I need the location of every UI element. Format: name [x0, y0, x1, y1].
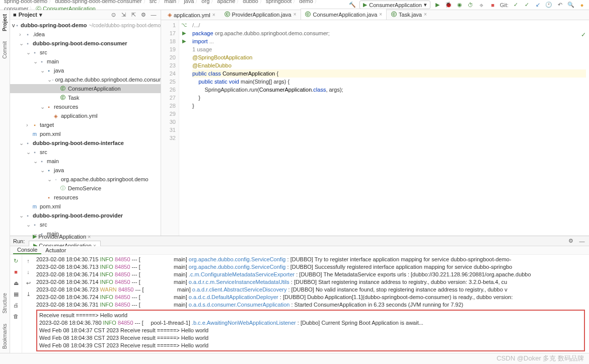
- gutter-icons[interactable]: ⌥▶▶: [179, 20, 189, 236]
- close-icon[interactable]: ×: [212, 12, 215, 18]
- run-hide-icon[interactable]: —: [578, 237, 586, 245]
- breadcrumb-item[interactable]: org: [200, 0, 210, 4]
- tree-node[interactable]: ⌄▪src: [10, 148, 161, 157]
- tree-node[interactable]: ⌄▪main: [10, 157, 161, 166]
- console-subtabs: ConsoleActuator: [10, 246, 589, 255]
- project-tree[interactable]: v▪dubbo-spring-boot-demo~/code/dubbo-spr…: [10, 20, 161, 236]
- tree-node[interactable]: ⌄▪src: [10, 48, 161, 57]
- tree-node[interactable]: ⌄◦org.apache.dubbo.springboot.demo: [10, 175, 161, 184]
- run-config-selector[interactable]: ▶ConsumerApplication▾: [359, 1, 430, 9]
- ide-errors-icon[interactable]: ●: [578, 1, 586, 9]
- project-title[interactable]: ■ Project ▾: [13, 12, 42, 18]
- console-toolbar: ↻ ■ ⏏ ▦ 🖨 🗑: [10, 255, 22, 353]
- revert-icon[interactable]: ↶: [556, 1, 564, 9]
- soft-wrap-icon[interactable]: ↩: [24, 279, 32, 287]
- trash-icon[interactable]: 🗑: [12, 312, 20, 320]
- breadcrumb-item[interactable]: demo: [298, 0, 314, 4]
- tree-node[interactable]: ⌄▪src: [10, 220, 161, 229]
- tool-bookmarks[interactable]: Bookmarks: [2, 322, 8, 351]
- print-icon[interactable]: 🖨: [12, 301, 20, 309]
- stop-process-icon[interactable]: ■: [12, 268, 20, 276]
- git-push-icon[interactable]: ✓: [523, 1, 531, 9]
- code-area[interactable]: /.../package org.apache.dubbo.springboot…: [189, 20, 589, 236]
- history-icon[interactable]: 🕐: [545, 1, 553, 9]
- tree-node[interactable]: ▪resources: [10, 193, 161, 202]
- tree-node[interactable]: ›▪.idea: [10, 30, 161, 39]
- attach-icon[interactable]: ⎆: [478, 1, 486, 9]
- editor-panel: ◈application.yml×ⓒProviderApplication.ja…: [161, 10, 589, 236]
- tree-node[interactable]: ◈application.yml: [10, 111, 161, 120]
- close-icon[interactable]: ×: [379, 12, 382, 17]
- rerun-icon[interactable]: ↻: [12, 257, 20, 265]
- profile-icon[interactable]: ⏱: [467, 1, 475, 9]
- editor-tab[interactable]: ⓒTask.java×: [387, 9, 431, 20]
- debug-icon[interactable]: 🐞: [445, 1, 453, 9]
- breadcrumb-item[interactable]: main: [163, 0, 177, 4]
- breadcrumb-item[interactable]: springboot: [265, 0, 292, 4]
- close-icon[interactable]: ×: [293, 12, 297, 17]
- git-label: Git:: [500, 2, 508, 8]
- run-settings-icon[interactable]: ⚙: [567, 237, 575, 245]
- tree-node[interactable]: ⌄▪dubbo-spring-boot-demo-interface: [10, 138, 161, 148]
- stop-icon[interactable]: ■: [489, 1, 497, 9]
- editor-tab[interactable]: ⓒConsumerApplication.java×: [301, 9, 387, 20]
- search-icon[interactable]: 🔍: [567, 1, 575, 9]
- tree-node[interactable]: ⌄▪dubbo-spring-boot-demo-provider: [10, 211, 161, 220]
- project-header: ■ Project ▾ ⊙ ⇲ ⇱ ⚙ —: [10, 10, 161, 20]
- tree-root[interactable]: v▪dubbo-spring-boot-demo~/code/dubbo-spr…: [10, 21, 161, 30]
- tree-node[interactable]: ⌄▪resources: [10, 102, 161, 111]
- tree-node[interactable]: ⌄▪main: [10, 57, 161, 66]
- close-icon[interactable]: ×: [424, 12, 427, 17]
- up-icon[interactable]: ↑: [24, 257, 32, 265]
- layout-icon[interactable]: ▦: [12, 290, 20, 298]
- hide-icon[interactable]: —: [150, 11, 158, 19]
- watermark: CSDN @Doker 多克 数码品牌: [496, 354, 584, 363]
- tree-node[interactable]: ›▪target: [10, 120, 161, 129]
- exit-icon[interactable]: ⏏: [12, 279, 20, 287]
- console-output[interactable]: 2023-02-08 18:04:30.715 INFO 84850 --- […: [34, 255, 589, 353]
- collapse-all-icon[interactable]: ⇱: [129, 11, 137, 19]
- tool-structure[interactable]: Structure: [2, 291, 8, 316]
- tree-node[interactable]: ⌄▪java: [10, 66, 161, 75]
- breadcrumb-item[interactable]: src: [149, 0, 158, 4]
- hammer-icon[interactable]: 🔨: [348, 1, 356, 9]
- breadcrumb-item[interactable]: dubbo-spring-boot-demo-consumer: [54, 0, 142, 4]
- run-label: Run:: [13, 238, 25, 244]
- highlighted-output: Receive result ======> Hello world2023-0…: [36, 310, 585, 351]
- tree-node[interactable]: ⓒConsumerApplication: [10, 84, 161, 93]
- run-tab[interactable]: ▶ProviderApplication ×: [29, 232, 101, 241]
- tree-node[interactable]: ⓘDemoService: [10, 184, 161, 193]
- line-gutter: 11718192023242526272829303132: [161, 20, 179, 236]
- tree-node[interactable]: mpom.xml: [10, 202, 161, 211]
- breadcrumb-item[interactable]: dubbo: [242, 0, 259, 4]
- status-bar: CSDN @Doker 多克 数码品牌: [0, 353, 589, 364]
- console-toolbar2: ↑ ↓ ↩ ⤓: [22, 255, 34, 353]
- git-update-icon[interactable]: ↙: [534, 1, 542, 9]
- console-subtab[interactable]: Console: [13, 246, 41, 254]
- editor-body[interactable]: 11718192023242526272829303132 ⌥▶▶ /.../p…: [161, 20, 589, 236]
- console-subtab[interactable]: Actuator: [41, 247, 70, 254]
- tree-node[interactable]: ⓒTask: [10, 93, 161, 102]
- run-icon[interactable]: ▶: [433, 1, 441, 9]
- select-opened-icon[interactable]: ⊙: [109, 11, 117, 19]
- breadcrumb-item[interactable]: apache: [216, 0, 236, 4]
- editor-tabs: ◈application.yml×ⓒProviderApplication.ja…: [161, 10, 589, 20]
- scroll-end-icon[interactable]: ⤓: [24, 290, 32, 298]
- tree-node[interactable]: ⌄◦org.apache.dubbo.springboot.demo.consu…: [10, 75, 161, 84]
- expand-all-icon[interactable]: ⇲: [119, 11, 127, 19]
- gear-icon[interactable]: ⚙: [139, 11, 148, 19]
- breadcrumb-item[interactable]: spring-boot-demo: [3, 0, 48, 4]
- down-icon[interactable]: ↓: [24, 268, 32, 276]
- project-panel: ■ Project ▾ ⊙ ⇲ ⇱ ⚙ — v▪dubbo-spring-boo…: [10, 10, 161, 236]
- breadcrumb-item[interactable]: java: [183, 0, 195, 4]
- tree-node[interactable]: mpom.xml: [10, 129, 161, 138]
- coverage-icon[interactable]: ◉: [456, 1, 464, 9]
- tool-commit[interactable]: Commit: [2, 39, 8, 60]
- git-commit-icon[interactable]: ✓: [511, 1, 520, 9]
- tool-project[interactable]: Project: [2, 12, 8, 33]
- tree-node[interactable]: ⌄▪dubbo-spring-boot-demo-consumer: [10, 39, 161, 48]
- inspection-ok-icon[interactable]: ✓: [581, 31, 586, 38]
- tree-node[interactable]: ⌄▪java: [10, 166, 161, 175]
- editor-tab[interactable]: ⓒProviderApplication.java×: [220, 9, 301, 20]
- editor-tab[interactable]: ◈application.yml×: [163, 10, 220, 20]
